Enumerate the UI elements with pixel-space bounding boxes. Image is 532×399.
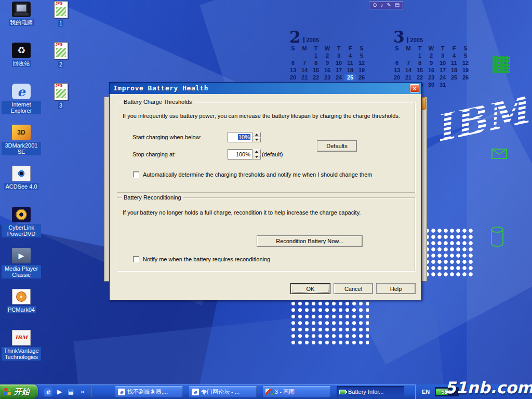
stop-threshold-field[interactable]: 100% — [228, 149, 252, 159]
auto-determine-checkbox[interactable] — [133, 171, 139, 178]
windows-flag-icon — [4, 388, 11, 395]
cancel-button[interactable]: Cancel — [334, 283, 373, 294]
spin-down-button[interactable] — [252, 137, 261, 142]
language-indicator[interactable]: EN — [422, 389, 430, 395]
pen-icon[interactable]: ✎ — [387, 3, 391, 8]
calendar-day: 21 — [299, 74, 310, 81]
calendar-day-header: W — [322, 45, 333, 52]
notify-recondition-checkbox[interactable] — [133, 256, 139, 262]
recycle-bin-icon: ♻ — [12, 43, 31, 58]
spin-up-button[interactable] — [252, 132, 261, 137]
task-button[interactable]: Battery Infor... — [337, 386, 404, 397]
calendar-day: 2 — [322, 52, 333, 59]
calendar-day: 13 — [287, 66, 299, 74]
desktop-icon-pcmark04[interactable]: PCMark04 — [1, 289, 42, 330]
3dmark2001-icon: 3D — [12, 125, 31, 140]
desktop-jpg-column: 123 — [44, 1, 78, 124]
calendar-header: 32005 — [391, 27, 472, 45]
desktop-icon-jpg-file-1[interactable]: 1 — [44, 1, 78, 42]
calendar-day — [460, 81, 471, 88]
desktop-icon-thinkvantage[interactable]: IBMThinkVantage Technologies — [1, 330, 42, 371]
calendar-day: 18 — [448, 66, 460, 74]
spin-down-button[interactable] — [252, 154, 261, 159]
calendar-day: 8 — [310, 59, 322, 66]
calendar-day: 19 — [356, 66, 367, 74]
jpg-file-icon — [54, 1, 68, 18]
recondition-battery-button[interactable]: Recondition Battery Now... — [257, 235, 363, 247]
defaults-button[interactable]: Defaults — [317, 140, 357, 152]
stop-charging-label: Stop charging at: — [132, 151, 176, 157]
charge-description: If you infrequently use battery power, y… — [123, 113, 408, 119]
desktop-main-column: 我的电脑♻回收站eInternet Explorer3D3DMark2001 S… — [1, 2, 42, 371]
ie-icon[interactable]: e — [44, 388, 52, 396]
calendar-day: 17 — [333, 66, 344, 74]
desktop-icon-label: 1 — [58, 20, 63, 27]
start-threshold-spinner[interactable]: 10% — [228, 132, 261, 142]
close-button[interactable]: ✕ — [410, 84, 419, 92]
desktop-icon-my-computer[interactable]: 我的电脑 — [1, 2, 42, 43]
calendar-day — [448, 81, 460, 88]
desktop-icon-internet-explorer[interactable]: eInternet Explorer — [1, 84, 42, 125]
dialog-titlebar[interactable]: Improve Battery Health ✕ — [110, 83, 421, 94]
spin-up-button[interactable] — [252, 149, 261, 154]
task-button[interactable]: 3 - 画图 — [263, 386, 330, 397]
calendar-day: 3 — [437, 52, 448, 59]
desktop-icon-media-player-classic[interactable]: ▶Media Player Classic — [1, 248, 42, 289]
desktop-icon-jpg-file-3[interactable]: 3 — [44, 83, 78, 124]
desktop-icon-label: 3DMark2001 SE — [2, 142, 41, 155]
desktop-icon-recycle-bin[interactable]: ♻回收站 — [1, 43, 42, 84]
calendar-day: 14 — [403, 66, 414, 74]
battery-charge-thresholds-group: Battery Charge Thresholds If you infrequ… — [117, 102, 415, 193]
task-button[interactable]: e找不到服务器,... — [115, 386, 183, 397]
calendar-day: 16 — [322, 66, 333, 74]
desktop-icon-acdsee[interactable]: ACDSee 4.0 — [1, 166, 42, 207]
start-threshold-field[interactable]: 10% — [228, 132, 252, 142]
desktop-icon-3dmark2001[interactable]: 3D3DMark2001 SE — [1, 125, 42, 166]
desktop-icon-label: Internet Explorer — [2, 101, 41, 114]
calendar-month-3: 32005SMTWTFS1234567891011121314151617181… — [391, 27, 472, 88]
desktop-icon-label: ACDSee 4.0 — [4, 183, 38, 190]
keyboard-icon[interactable]: ▤ — [395, 3, 400, 8]
calendar-day: 23 — [425, 74, 437, 81]
overflow-chevron-icon[interactable]: » — [78, 388, 87, 396]
taskbar-tasks: e找不到服务器,...e专门网论坛 - ...3 - 画图Battery Inf… — [115, 384, 404, 399]
notify-recondition-checkbox-row[interactable]: Notify me when the battery requires reco… — [133, 256, 270, 262]
calendar-day-header: T — [414, 45, 425, 52]
task-button-label: 专门网论坛 - ... — [201, 388, 240, 396]
desktop-icon-powerdvd[interactable]: CyberLink PowerDVD — [1, 207, 42, 248]
calendar-day-header: F — [448, 45, 460, 52]
default-note: (default) — [262, 151, 283, 157]
thinkvantage-icon: IBM — [12, 330, 31, 345]
power-icon[interactable]: ⊙ — [373, 3, 377, 8]
calendar-day: 20 — [391, 74, 403, 81]
desktop-icon-label: 回收站 — [12, 60, 31, 67]
calendar-day: 4 — [448, 52, 460, 59]
stop-threshold-spinner[interactable]: 100% — [228, 149, 261, 159]
calendar-day: 24 — [333, 74, 344, 81]
calendar-day: 2 — [425, 52, 437, 59]
envelope-icon — [491, 149, 507, 161]
desktop-icon-label: 2 — [58, 61, 63, 68]
spin-buttons — [252, 149, 261, 159]
show-desktop-icon[interactable]: ▤ — [66, 388, 75, 396]
desktop-icon-jpg-file-2[interactable]: 2 — [44, 42, 78, 83]
ok-button[interactable]: OK — [290, 283, 330, 294]
top-tray: ⊙♪✎▤ — [369, 1, 403, 9]
start-button[interactable]: 开始 — [0, 384, 38, 399]
start-charging-label: Start charging when below: — [132, 134, 202, 140]
calendar-month-2: 22005SMTWTFS1234567891011121314151617181… — [287, 27, 368, 88]
start-button-label: 开始 — [14, 387, 30, 397]
spin-buttons — [252, 132, 261, 142]
calendar-day: 22 — [310, 74, 322, 81]
task-button[interactable]: e专门网论坛 - ... — [189, 386, 257, 397]
calendar-day — [299, 52, 310, 59]
calendar-day: 31 — [437, 81, 448, 88]
help-button[interactable]: Help — [376, 283, 416, 294]
volume-icon[interactable]: ♪ — [380, 3, 383, 8]
calendar-year: 2005 — [407, 37, 423, 43]
calendar-month-number: 2 — [289, 29, 301, 45]
battery-icon — [339, 390, 346, 394]
auto-determine-checkbox-row[interactable]: Automatically determine the charging thr… — [133, 171, 372, 178]
ie-page-icon: e — [118, 389, 125, 395]
media-player-icon[interactable]: ▶ — [55, 388, 64, 396]
